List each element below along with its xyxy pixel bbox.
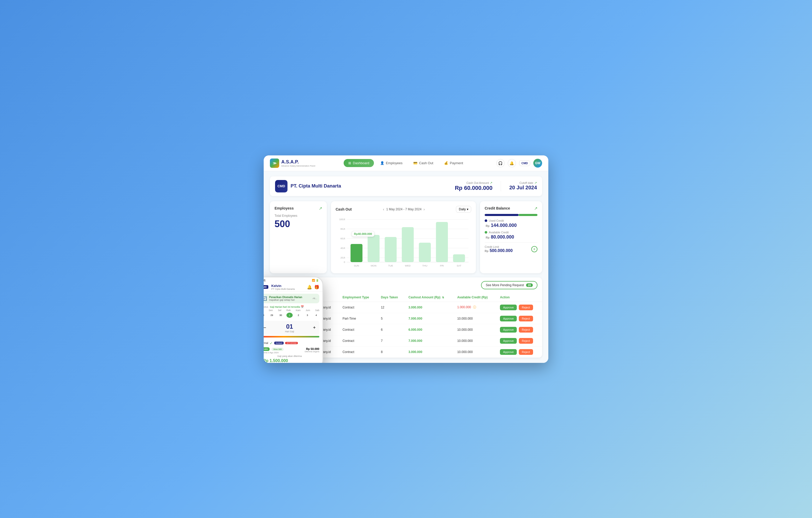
credit-limit-value: Rp 500.000.000 <box>485 248 513 253</box>
counter-minus-btn[interactable]: − <box>264 325 266 330</box>
tab-payment[interactable]: 💰 Payment <box>439 159 468 167</box>
approve-button[interactable]: Approve <box>500 305 517 310</box>
phone-gift-icon[interactable]: 🎁 <box>314 284 319 290</box>
avail-credit-value: Rp 80.000.000 <box>485 235 538 240</box>
approve-button[interactable]: Approve <box>500 327 517 332</box>
avail-dot <box>485 231 487 234</box>
svg-rect-12 <box>351 244 362 262</box>
month-label: Agustus Gaji Harian hari ini tersedia 📅 <box>264 305 319 308</box>
col-cashout[interactable]: Cashout Amount (Rp) ⇅ <box>405 293 453 302</box>
tab-employees[interactable]: 👤 Employees <box>375 159 407 167</box>
svg-text:40Jt: 40Jt <box>341 247 345 249</box>
cell-cashout: 3.000.000 <box>405 302 453 313</box>
approve-button[interactable]: Approve <box>500 349 517 355</box>
phone-promo-section: 🔄 Penarikan Otomatis Harian Dapatkan gaj… <box>264 292 322 320</box>
calendar-emoji: 📅 <box>301 305 304 308</box>
reject-button[interactable]: Reject <box>519 338 533 344</box>
fee-sub: Diterima segera <box>305 350 319 353</box>
svg-text:60Jt: 60Jt <box>341 237 345 240</box>
see-more-pending-button[interactable]: See More Pending Request 20 <box>481 281 538 289</box>
cashout-icon: 💳 <box>413 161 417 165</box>
cell-cashout: 7.000.000 <box>405 313 453 324</box>
free-date: Diterima 3 Agu 2024 <box>264 351 284 354</box>
credit-limit-row: Credit Limit Rp 500.000.000 + <box>485 242 538 253</box>
cell-action: Approve Reject <box>496 346 542 357</box>
cell-days: 6 <box>377 324 405 335</box>
date-range-label: 1 May 2024 - 7 May 2024 <box>386 208 422 211</box>
avail-rp: Rp <box>486 236 490 239</box>
payment-icon: 💰 <box>444 161 448 165</box>
logo-sub: Advance Salary Administration Panel <box>281 165 315 167</box>
cell-type: Contract <box>339 335 377 346</box>
employees-link-icon[interactable]: ↗ <box>319 206 322 211</box>
reject-button[interactable]: Reject <box>519 327 533 332</box>
credit-limit-label: Credit Limit <box>485 245 513 248</box>
employees-card-title: Employess <box>274 206 294 210</box>
reject-button[interactable]: Reject <box>519 349 533 355</box>
cell-cashout: 7.000.000 <box>405 335 453 346</box>
cell-action: Approve Reject <box>496 324 542 335</box>
cell-available: 10.000.000 <box>454 324 496 335</box>
phone-username: Kelvin <box>271 284 295 288</box>
svg-text:WED: WED <box>405 265 411 267</box>
svg-rect-13 <box>368 235 380 262</box>
svg-text:THU: THU <box>422 265 427 267</box>
calendar-header: MinSenSel RabKamJumSab <box>264 309 319 311</box>
prev-date-btn[interactable]: ‹ <box>383 207 384 211</box>
next-date-btn[interactable]: › <box>424 207 425 211</box>
dashboard-icon: ⊞ <box>348 161 351 165</box>
cell-available: 10.000.000 <box>454 313 496 324</box>
bar-chart: 100Jt 80Jt 60Jt 40Jt 20Jt 0 <box>336 217 471 269</box>
warning-icon: ⓘ <box>473 305 476 309</box>
reject-button[interactable]: Reject <box>519 305 533 310</box>
avail-credit-section: Available Credit Rp 80.000.000 <box>485 231 538 240</box>
date-nav: ‹ 1 May 2024 - 7 May 2024 › <box>383 207 425 211</box>
phone-bell-icon[interactable]: 🔔 <box>307 284 312 290</box>
used-dot <box>485 219 487 222</box>
credit-link-icon[interactable]: ↗ <box>534 206 538 211</box>
mobile-phone: 9:41 📶 🔋 CMD Kelvin PT Cipta Multi Danar… <box>264 277 323 363</box>
cutoff-stat: Cutoff date ↗ 20 Jul 2024 <box>509 181 537 191</box>
used-credit-value: Rp 144.000.000 <box>485 223 538 228</box>
period-select[interactable]: Daily ▾ <box>456 206 471 213</box>
chevron-down-icon: ▾ <box>467 208 468 211</box>
cal-29: 29 <box>269 312 275 318</box>
cashout-arrow-icon: ↗ <box>490 181 492 185</box>
tab-dashboard[interactable]: ⊞ Dashboard <box>344 159 374 167</box>
used-rp: Rp <box>486 224 490 227</box>
phone-bottom-section: Normal ✓ Instant WITHDRAW Gratis Sisa 10… <box>264 339 322 363</box>
headset-icon[interactable]: 🎧 <box>496 159 504 167</box>
promo-card[interactable]: 🔄 Penarikan Otomatis Harian Dapatkan gaj… <box>264 294 319 303</box>
svg-text:TUE: TUE <box>388 265 393 267</box>
cashout-amount-label: Cash Out Amount ↗ <box>455 181 493 185</box>
avatar[interactable]: GW <box>533 159 542 168</box>
employees-card-header: Employess ↗ <box>274 206 322 211</box>
cell-cashout: 3.000.000 <box>405 346 453 357</box>
bell-icon[interactable]: 🔔 <box>508 159 516 167</box>
cell-type: Contract <box>339 302 377 313</box>
promo-title: Penarikan Otomatis Harian <box>269 296 302 299</box>
chart-area: 100Jt 80Jt 60Jt 40Jt 20Jt 0 <box>336 217 471 269</box>
cal-28: 28 <box>264 312 266 318</box>
total-employees-value: 500 <box>274 219 322 229</box>
sort-icon[interactable]: ⇅ <box>442 296 444 299</box>
cell-days: 8 <box>377 346 405 357</box>
add-credit-button[interactable]: + <box>531 246 538 252</box>
counter-label: Hari Gaji <box>285 330 294 333</box>
cell-action: Approve Reject <box>496 302 542 313</box>
reject-button[interactable]: Reject <box>519 316 533 321</box>
free-tag: Gratis <box>264 347 270 351</box>
approve-button[interactable]: Approve <box>500 338 517 344</box>
normal-label: Normal <box>264 342 268 345</box>
cell-type: Contract <box>339 346 377 357</box>
company-logo: CMD <box>275 180 288 192</box>
tab-cashout[interactable]: 💳 Cash Out <box>409 159 438 167</box>
credit-dual-bar <box>485 214 538 216</box>
avail-credit-label: Available Credit <box>485 231 538 234</box>
cal-today[interactable]: 1 <box>286 312 293 318</box>
cmd-badge: CMD <box>519 160 530 166</box>
stat-separator <box>501 181 501 191</box>
promo-icon: 🔄 <box>264 296 267 301</box>
approve-button[interactable]: Approve <box>500 316 517 321</box>
counter-plus-btn[interactable]: + <box>313 325 316 330</box>
